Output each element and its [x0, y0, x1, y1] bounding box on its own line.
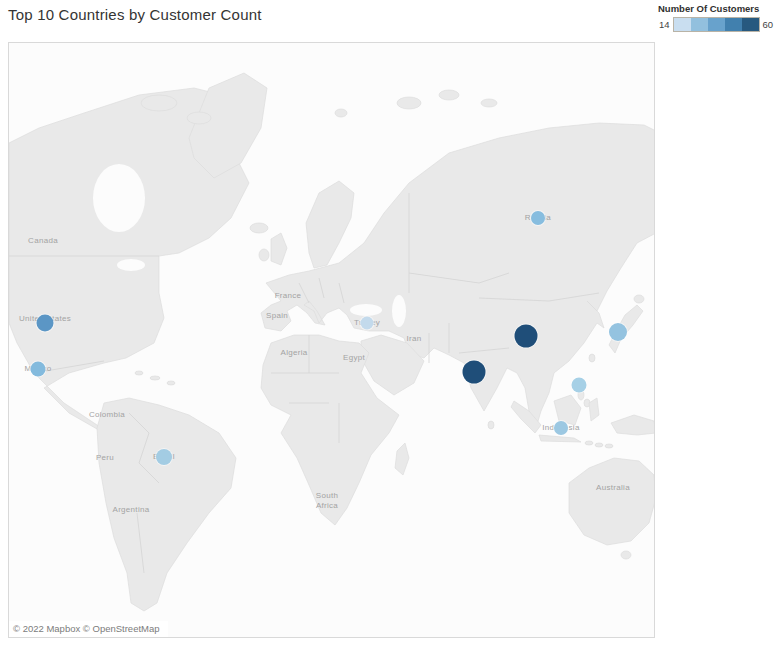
legend-swatch[interactable]: [708, 18, 725, 31]
dashboard: Top 10 Countries by Customer Count Numbe…: [0, 0, 782, 648]
legend-swatch[interactable]: [691, 18, 708, 31]
chart-title: Top 10 Countries by Customer Count: [8, 6, 262, 23]
map-area[interactable]: CanadaUnited StatesMexicoColombiaPeruArg…: [8, 42, 655, 638]
legend-swatch[interactable]: [674, 18, 691, 31]
bubble-russia[interactable]: [531, 211, 545, 225]
legend-max-label: 60: [760, 19, 777, 30]
legend-title: Number Of Customers: [658, 3, 778, 14]
bubble-china[interactable]: [515, 325, 538, 348]
bubble-india[interactable]: [463, 361, 486, 384]
legend-min-label: 14: [656, 19, 673, 30]
bubble-united-states[interactable]: [37, 315, 54, 332]
map-attribution[interactable]: © 2022 Mapbox © OpenStreetMap: [9, 621, 168, 637]
color-legend: Number Of Customers 14 60: [656, 3, 778, 32]
bubble-turkey[interactable]: [361, 317, 374, 330]
legend-ramp[interactable]: [673, 17, 760, 32]
bubble-mexico[interactable]: [31, 362, 46, 377]
bubble-japan[interactable]: [609, 323, 627, 341]
bubble-indonesia[interactable]: [554, 421, 568, 435]
legend-swatch[interactable]: [725, 18, 742, 31]
legend-ramp-row: 14 60: [656, 17, 778, 32]
bubble-brazil[interactable]: [156, 449, 172, 465]
world-map-basemap: [9, 43, 655, 638]
bubble-philippines[interactable]: [572, 378, 587, 393]
legend-swatch[interactable]: [742, 18, 759, 31]
